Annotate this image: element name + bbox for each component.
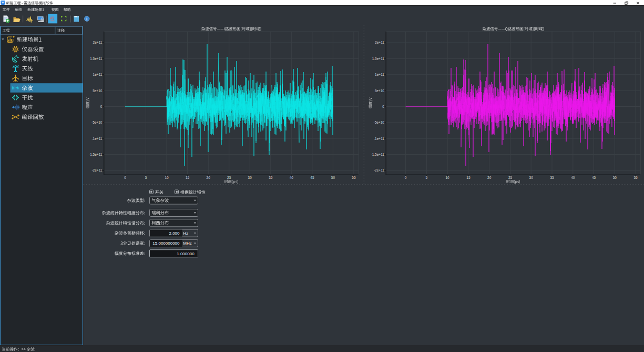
svg-text:40: 40 [290,176,294,179]
svg-text:10: 10 [165,176,169,179]
svg-text:-5e+10: -5e+10 [373,120,384,124]
svg-text:2e+11: 2e+11 [93,41,103,44]
svg-text:1.000000: 1.000000 [177,252,195,256]
svg-text:20: 20 [487,176,492,179]
svg-text:45: 45 [310,176,314,179]
svg-text:-2e+11: -2e+11 [374,168,384,172]
svg-text:2.000: 2.000 [169,231,180,236]
svg-text:55: 55 [352,176,356,179]
svg-text:MHz: MHz [183,241,191,246]
svg-text:-1e+11: -1e+11 [374,137,384,140]
svg-text:1e+11: 1e+11 [375,73,384,76]
svg-text:-1.5e+11: -1.5e+11 [89,153,103,156]
svg-text:Hz: Hz [183,231,188,236]
svg-text:50: 50 [331,176,335,179]
svg-text:30: 30 [529,176,534,179]
svg-text:45: 45 [592,176,596,179]
svg-text:30: 30 [248,176,252,179]
svg-text:35: 35 [550,176,554,179]
svg-text:15.000000000: 15.000000000 [152,241,180,246]
svg-text:35: 35 [269,176,273,179]
svg-text:0: 0 [405,176,407,179]
svg-text:15: 15 [186,176,190,179]
svg-text:5e+10: 5e+10 [375,89,385,93]
svg-text:0: 0 [100,105,103,108]
svg-text:15: 15 [466,176,471,179]
svg-text:20: 20 [207,176,211,179]
svg-text:0: 0 [382,105,384,108]
svg-text:1.5e+11: 1.5e+11 [372,57,385,61]
svg-text:40: 40 [571,176,575,179]
svg-text:-2e+11: -2e+11 [91,168,102,172]
svg-text:0: 0 [124,176,126,179]
svg-text:25: 25 [508,176,513,179]
svg-text:5: 5 [145,176,147,179]
svg-text:1e+11: 1e+11 [93,73,103,76]
svg-text:1.5e+11: 1.5e+11 [90,57,103,61]
svg-text:5e+10: 5e+10 [93,89,103,93]
svg-text:50: 50 [613,176,617,179]
svg-text:5: 5 [426,176,428,179]
svg-text:25: 25 [227,176,231,179]
svg-text:55: 55 [633,176,638,179]
svg-text:10: 10 [445,176,449,179]
svg-text:-5e+10: -5e+10 [91,120,103,124]
svg-text:2e+11: 2e+11 [375,41,384,44]
svg-text:-1e+11: -1e+11 [91,137,102,140]
svg-text:-1.5e+11: -1.5e+11 [371,153,385,156]
